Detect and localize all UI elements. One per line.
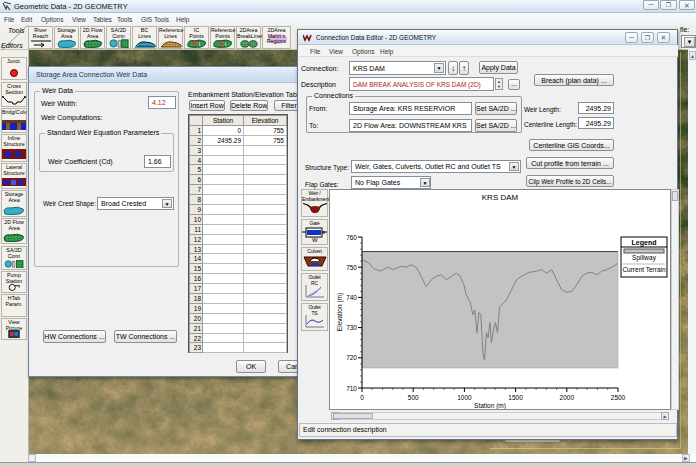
svg-text:KRS DAM: KRS DAM [482,193,519,202]
svg-text:2000: 2000 [560,394,575,401]
svg-text:Spillway: Spillway [632,254,657,262]
svg-text:2500: 2500 [611,394,626,401]
svg-text:710: 710 [346,385,357,392]
svg-text:760: 760 [346,234,357,241]
svg-text:500: 500 [408,394,419,401]
svg-text:W: W [312,237,318,242]
svg-text:Current Terrain: Current Terrain [622,266,666,273]
svg-text:0: 0 [360,394,364,401]
svg-text:Legend: Legend [632,239,657,247]
svg-text:750: 750 [346,264,357,271]
svg-text:Elevation (m): Elevation (m) [336,293,344,331]
svg-text:720: 720 [346,354,357,361]
svg-text:1500: 1500 [508,394,523,401]
svg-text:a: a [322,229,325,235]
svg-text:730: 730 [346,324,357,331]
svg-text:740: 740 [346,294,357,301]
svg-text:1000: 1000 [457,394,472,401]
svg-text:Station (m): Station (m) [474,402,506,409]
